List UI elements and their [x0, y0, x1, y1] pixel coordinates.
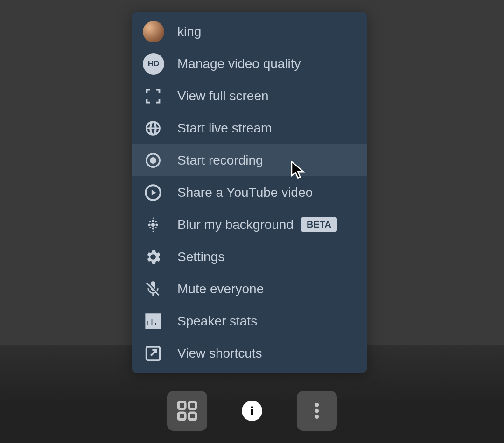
svg-point-24 [315, 415, 319, 419]
mute-all-label: Mute everyone [177, 282, 264, 297]
quality-label: Manage video quality [177, 56, 301, 71]
svg-point-22 [315, 403, 319, 407]
svg-rect-16 [156, 323, 159, 326]
grid-icon [175, 399, 199, 422]
menu-item-fullscreen[interactable]: View full screen [132, 80, 367, 112]
external-link-icon [143, 343, 163, 364]
menu-item-speaker-stats[interactable]: Speaker stats [132, 305, 367, 337]
menu-item-blur[interactable]: Blur my background BETA [132, 208, 367, 241]
menu-item-recording[interactable]: Start recording [132, 144, 367, 176]
more-vertical-icon [307, 401, 327, 421]
user-name-label: king [177, 24, 201, 39]
svg-point-23 [315, 409, 319, 413]
svg-point-11 [155, 227, 157, 228]
svg-point-5 [152, 227, 154, 229]
hd-icon: HD [143, 53, 164, 75]
svg-point-1 [150, 157, 156, 163]
svg-point-6 [148, 223, 151, 226]
menu-item-youtube[interactable]: Share a YouTube video [132, 176, 367, 208]
gear-icon [143, 247, 163, 267]
svg-point-7 [155, 223, 158, 226]
blur-icon [143, 215, 163, 235]
play-circle-icon [143, 182, 163, 203]
avatar [143, 21, 164, 42]
chart-icon [143, 311, 163, 332]
shortcuts-label: View shortcuts [177, 346, 262, 361]
svg-point-3 [151, 223, 155, 227]
menu-item-livestream[interactable]: Start live stream [132, 112, 367, 144]
menu-item-quality[interactable]: HD Manage video quality [132, 48, 367, 80]
fullscreen-icon [143, 86, 163, 106]
tile-view-button[interactable] [167, 391, 207, 431]
svg-point-4 [152, 220, 154, 222]
youtube-label: Share a YouTube video [177, 185, 313, 200]
bottom-toolbar: i [0, 391, 504, 431]
more-button[interactable] [297, 391, 337, 431]
menu-item-mute-all[interactable]: Mute everyone [132, 273, 367, 305]
svg-rect-18 [178, 402, 185, 409]
beta-badge: BETA [301, 217, 337, 232]
more-actions-menu: king HD Manage video quality View full s… [132, 12, 367, 373]
menu-item-settings[interactable]: Settings [132, 241, 367, 273]
speaker-stats-label: Speaker stats [177, 314, 257, 329]
livestream-label: Start live stream [177, 121, 272, 136]
info-button[interactable]: i [242, 401, 262, 421]
svg-rect-20 [178, 413, 185, 420]
svg-rect-21 [189, 413, 196, 420]
svg-point-9 [155, 221, 157, 222]
svg-point-10 [149, 227, 151, 228]
settings-label: Settings [177, 249, 224, 264]
svg-point-8 [149, 221, 151, 222]
fullscreen-label: View full screen [177, 89, 269, 104]
globe-icon [143, 118, 163, 138]
menu-item-profile[interactable]: king [132, 15, 367, 48]
svg-rect-14 [148, 321, 151, 326]
blur-label: Blur my background [177, 217, 294, 232]
svg-point-12 [153, 217, 154, 219]
svg-rect-15 [152, 318, 154, 326]
info-icon: i [250, 403, 254, 418]
mic-off-icon [143, 279, 163, 299]
menu-item-shortcuts[interactable]: View shortcuts [132, 337, 367, 369]
recording-label: Start recording [177, 153, 263, 168]
svg-rect-19 [189, 402, 196, 409]
svg-point-13 [153, 230, 154, 232]
record-icon [143, 150, 163, 171]
